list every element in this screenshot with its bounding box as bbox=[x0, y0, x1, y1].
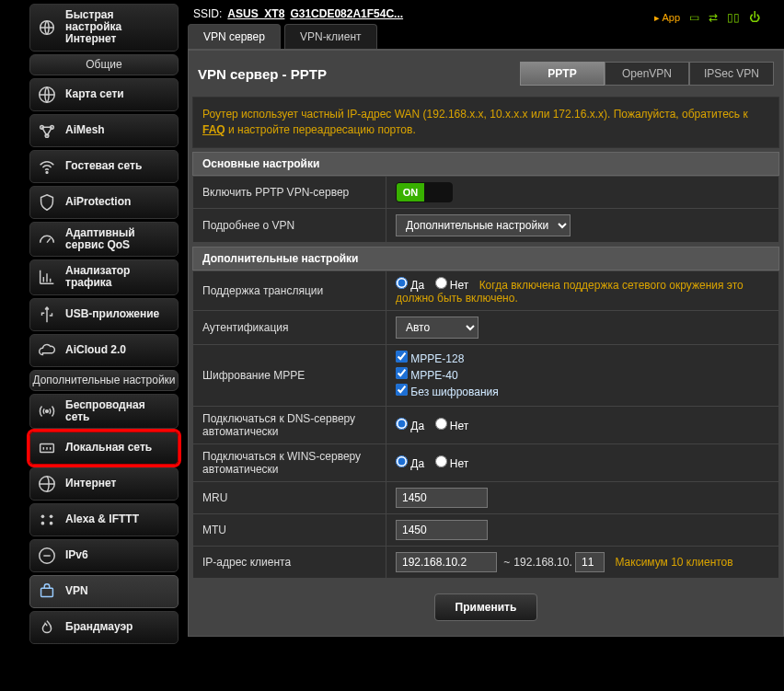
check-no-encryption[interactable]: Без шифрования bbox=[396, 384, 769, 400]
radio-dns-no[interactable]: Нет bbox=[435, 420, 469, 432]
sidebar-item-usb-app[interactable]: USB-приложение bbox=[29, 298, 179, 331]
gear-globe-icon bbox=[36, 17, 58, 39]
svg-point-11 bbox=[41, 522, 45, 525]
main-content: SSID: ASUS_XT8 G31CDE082A1F54C... ▸ App … bbox=[179, 4, 784, 691]
app-link[interactable]: ▸ App bbox=[654, 11, 680, 24]
advanced-settings-table: Поддержка трансляции Да Нет Когда включе… bbox=[192, 271, 779, 579]
row-label-dns-auto: Подключаться к DNS-серверу автоматически bbox=[193, 406, 386, 443]
warning-banner: Роутер использует частный IP-адрес WAN (… bbox=[192, 97, 779, 148]
sidebar-item-aimesh[interactable]: AiMesh bbox=[29, 114, 179, 147]
tab-vpn-server[interactable]: VPN сервер bbox=[188, 24, 281, 49]
subtab-pptp[interactable]: PPTP bbox=[520, 62, 605, 86]
fire-icon bbox=[36, 616, 58, 639]
sidebar-item-vpn[interactable]: VPN bbox=[29, 575, 179, 608]
ssid-value[interactable]: ASUS_XT8 bbox=[227, 7, 284, 20]
svg-point-12 bbox=[50, 522, 53, 525]
sidebar-item-qos[interactable]: Адаптивный сервис QoS bbox=[29, 222, 179, 257]
ssid-label: SSID: bbox=[193, 7, 222, 20]
basic-settings-table: Включить PPTP VPN-сервер ON Подробнее о … bbox=[192, 176, 779, 243]
check-mppe128[interactable]: MPPE-128 bbox=[396, 351, 769, 367]
sidebar-item-label: AiMesh bbox=[65, 124, 172, 136]
sidebar-item-aiprotection[interactable]: AiProtection bbox=[29, 186, 179, 219]
gauge-icon bbox=[36, 228, 58, 250]
sidebar-item-label: Локальная сеть bbox=[65, 442, 172, 454]
svg-point-5 bbox=[46, 171, 48, 173]
input-mru[interactable] bbox=[396, 488, 488, 508]
sidebar-item-label: Беспроводная сеть bbox=[65, 399, 172, 423]
dots-icon bbox=[36, 509, 58, 531]
sidebar-group-general: Общие bbox=[29, 54, 179, 75]
row-label-mppe: Шифрование MPPE bbox=[193, 344, 386, 406]
ethernet-icon bbox=[36, 437, 58, 459]
sidebar-item-label: USB-приложение bbox=[65, 308, 172, 320]
globe-icon bbox=[36, 473, 58, 495]
wifi-icon bbox=[36, 155, 58, 178]
row-label-mru: MRU bbox=[193, 481, 386, 513]
sidebar-item-label: Брандмауэр bbox=[65, 621, 172, 633]
sidebar-item-quick-setup[interactable]: Быстрая настройка Интернет bbox=[29, 4, 179, 52]
chart-icon bbox=[36, 266, 58, 288]
input-ip-start[interactable] bbox=[396, 552, 497, 572]
row-label-wins-auto: Подключаться к WINS-серверу автоматическ… bbox=[193, 443, 386, 481]
sidebar-item-internet[interactable]: Интернет bbox=[29, 467, 179, 501]
select-vpn-details[interactable]: Дополнительные настройки bbox=[396, 214, 571, 236]
radio-broadcast-yes[interactable]: Да bbox=[396, 279, 424, 292]
apply-button[interactable]: Применить bbox=[434, 593, 538, 621]
usb-icon bbox=[36, 304, 58, 326]
sidebar-item-label: Гостевая сеть bbox=[65, 160, 172, 172]
sidebar-item-traffic-analyzer[interactable]: Анализатор трафика bbox=[29, 259, 179, 294]
radio-wins-no[interactable]: Нет bbox=[435, 457, 469, 470]
shield-icon bbox=[36, 191, 58, 213]
check-mppe40[interactable]: MPPE-40 bbox=[396, 367, 769, 384]
ip-end-prefix: 192.168.10. bbox=[513, 556, 571, 569]
cloud-icon bbox=[36, 340, 58, 362]
toggle-pptp-server[interactable]: ON bbox=[396, 182, 453, 202]
input-ip-end-suffix[interactable] bbox=[575, 552, 605, 572]
status-icons: ▸ App ▭ ⇄ ▯▯ ⏻ bbox=[654, 11, 760, 24]
status-icon[interactable]: ▯▯ bbox=[727, 11, 740, 24]
sidebar-item-ipv6[interactable]: IPv6 bbox=[29, 539, 179, 572]
mac-value[interactable]: G31CDE082A1F54C... bbox=[290, 7, 403, 20]
select-auth[interactable]: Авто bbox=[396, 317, 478, 339]
row-label-broadcast: Поддержка трансляции bbox=[193, 271, 386, 310]
subtabs: PPTP OpenVPN IPSec VPN bbox=[520, 62, 774, 86]
svg-point-10 bbox=[50, 515, 53, 519]
radio-broadcast-no[interactable]: Нет bbox=[435, 279, 469, 292]
max-clients-note: Максимум 10 клиентов bbox=[615, 556, 732, 569]
globe-icon bbox=[36, 84, 58, 106]
sidebar-item-label: VPN bbox=[65, 585, 172, 597]
section-basic-header: Основные настройки bbox=[192, 152, 779, 176]
sidebar-item-aicloud[interactable]: AiCloud 2.0 bbox=[29, 334, 179, 367]
sidebar-item-label: Анализатор трафика bbox=[65, 265, 172, 289]
sidebar: Быстрая настройка Интернет Общие Карта с… bbox=[29, 4, 179, 691]
sidebar-item-label: Карта сети bbox=[65, 88, 172, 100]
sidebar-item-network-map[interactable]: Карта сети bbox=[29, 78, 179, 111]
row-label-auth: Аутентификация bbox=[193, 310, 386, 344]
subtab-ipsec[interactable]: IPSec VPN bbox=[689, 62, 774, 86]
sidebar-item-label: IPv6 bbox=[65, 549, 172, 561]
radio-wins-yes[interactable]: Да bbox=[396, 457, 424, 470]
antenna-icon bbox=[36, 400, 58, 422]
svg-point-9 bbox=[41, 515, 45, 519]
tab-vpn-client[interactable]: VPN-клиент bbox=[284, 24, 377, 49]
status-icon[interactable]: ▭ bbox=[689, 11, 699, 24]
sidebar-item-guest-network[interactable]: Гостевая сеть bbox=[29, 150, 179, 183]
status-icon[interactable]: ⏻ bbox=[749, 11, 760, 24]
sidebar-item-firewall[interactable]: Брандмауэр bbox=[29, 611, 179, 644]
sidebar-item-label: Интернет bbox=[65, 478, 172, 489]
section-advanced-header: Дополнительные настройки bbox=[192, 247, 779, 271]
sidebar-item-label: Alexa & IFTTT bbox=[65, 513, 172, 525]
sidebar-item-alexa-ifttt[interactable]: Alexa & IFTTT bbox=[29, 503, 179, 536]
sidebar-item-label: Быстрая настройка Интернет bbox=[65, 9, 172, 46]
radio-dns-yes[interactable]: Да bbox=[396, 420, 424, 432]
mesh-icon bbox=[36, 120, 58, 142]
sidebar-item-lan[interactable]: Локальная сеть bbox=[29, 432, 179, 465]
panel: VPN сервер - PPTP PPTP OpenVPN IPSec VPN… bbox=[188, 50, 784, 637]
panel-title: VPN сервер - PPTP bbox=[198, 66, 327, 82]
svg-rect-14 bbox=[41, 588, 53, 596]
subtab-openvpn[interactable]: OpenVPN bbox=[605, 62, 689, 86]
sidebar-item-wireless[interactable]: Беспроводная сеть bbox=[29, 394, 179, 429]
status-icon[interactable]: ⇄ bbox=[709, 11, 718, 24]
faq-link[interactable]: FAQ bbox=[202, 123, 225, 136]
input-mtu[interactable] bbox=[396, 520, 488, 540]
